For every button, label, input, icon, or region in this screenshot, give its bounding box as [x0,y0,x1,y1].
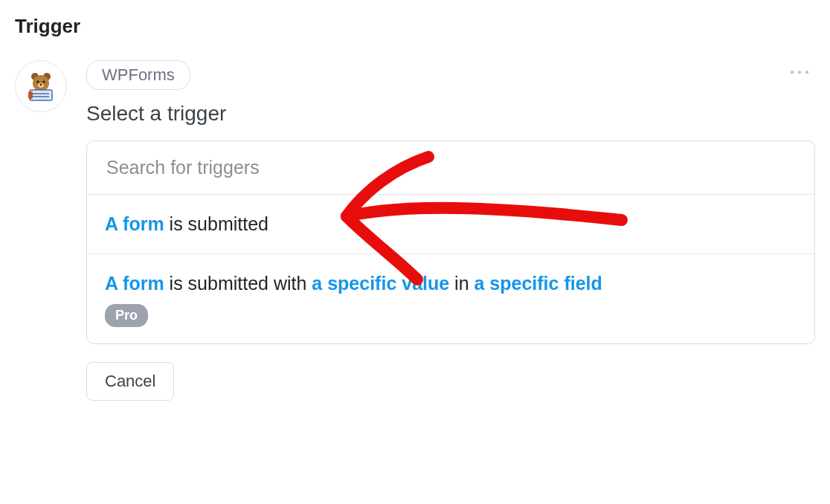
trigger-text: in [449,273,474,294]
trigger-text: is submitted with [164,273,312,294]
trigger-option-form-submitted-specific[interactable]: A form is submitted with a specific valu… [87,254,814,343]
trigger-dropdown: A form is submitted A form is submitted … [86,140,815,344]
trigger-variable: a specific field [474,273,602,294]
cancel-button[interactable]: Cancel [86,362,174,401]
integration-avatar [15,60,67,112]
page-title: Trigger [15,15,815,38]
integration-pill[interactable]: WPForms [86,60,190,90]
trigger-variable: A form [105,213,164,234]
trigger-main-column: ●●● WPForms Select a trigger A form is s… [86,60,815,401]
svg-point-4 [42,80,45,83]
pro-badge: Pro [105,304,148,327]
search-row [87,141,814,195]
svg-rect-10 [28,91,33,99]
more-options-icon[interactable]: ●●● [787,65,815,79]
trigger-variable: a specific value [312,273,449,294]
svg-point-3 [36,80,39,83]
trigger-editor: ●●● WPForms Select a trigger A form is s… [15,60,815,401]
svg-point-6 [40,84,42,85]
wpforms-bear-icon [25,71,57,102]
trigger-variable: A form [105,273,164,294]
select-trigger-subtitle: Select a trigger [86,102,815,126]
search-input[interactable] [105,156,797,179]
svg-rect-7 [30,90,52,100]
trigger-option-form-submitted[interactable]: A form is submitted [87,195,814,254]
trigger-text: is submitted [164,213,268,234]
